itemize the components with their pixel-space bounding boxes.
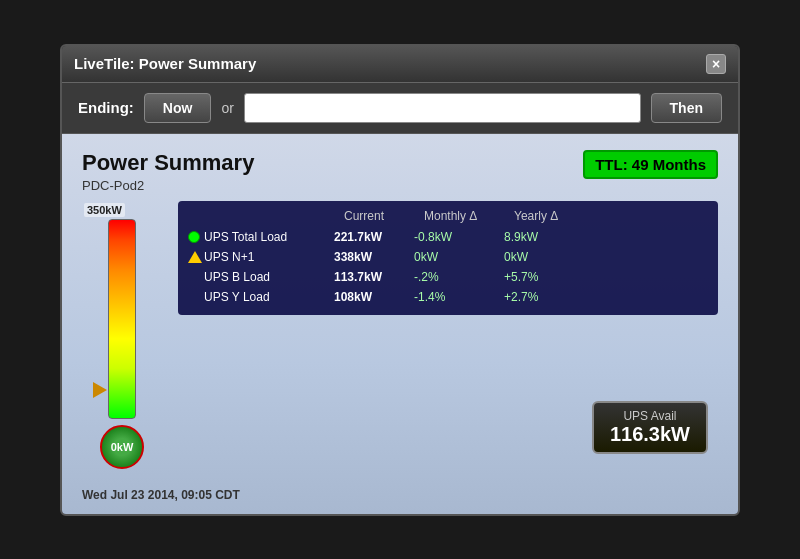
table-row: UPS Y Load 108kW -1.4% +2.7% bbox=[188, 287, 708, 307]
gauge-area: 350kW 0kW bbox=[82, 201, 162, 469]
dialog-title: LiveTile: Power Summary bbox=[74, 55, 256, 72]
table-header-row: Current Monthly Δ Yearly Δ bbox=[188, 209, 708, 223]
or-label: or bbox=[221, 100, 233, 116]
row-name-3: UPS B Load bbox=[204, 270, 334, 284]
row-yearly-3: +5.7% bbox=[504, 270, 584, 284]
timestamp: Wed Jul 23 2014, 09:05 CDT bbox=[82, 488, 240, 502]
ups-avail-label: UPS Avail bbox=[610, 409, 690, 423]
toolbar: Ending: Now or Then bbox=[62, 83, 738, 134]
col-monthly-header: Monthly Δ bbox=[424, 209, 514, 223]
col-name-header bbox=[204, 209, 344, 223]
subtitle: PDC-Pod2 bbox=[82, 178, 254, 193]
ttl-badge: TTL: 49 Months bbox=[583, 150, 718, 179]
table-row: UPS Total Load 221.7kW -0.8kW 8.9kW bbox=[188, 227, 708, 247]
row-name-2: UPS N+1 bbox=[204, 250, 334, 264]
row-yearly-1: 8.9kW bbox=[504, 230, 584, 244]
row-monthly-1: -0.8kW bbox=[414, 230, 504, 244]
gauge-bar bbox=[108, 219, 136, 419]
row-icon-none-4 bbox=[188, 291, 200, 303]
table-row: UPS N+1 338kW 0kW 0kW bbox=[188, 247, 708, 267]
row-icon-none-3 bbox=[188, 271, 200, 283]
now-button[interactable]: Now bbox=[144, 93, 212, 123]
ups-avail-box: UPS Avail 116.3kW bbox=[592, 401, 708, 454]
date-input[interactable] bbox=[244, 93, 641, 123]
row-current-1: 221.7kW bbox=[334, 230, 414, 244]
row-name-1: UPS Total Load bbox=[204, 230, 334, 244]
gauge-top-label: 350kW bbox=[84, 203, 125, 217]
then-button[interactable]: Then bbox=[651, 93, 722, 123]
col-current-header: Current bbox=[344, 209, 424, 223]
row-current-2: 338kW bbox=[334, 250, 414, 264]
table-row: UPS B Load 113.7kW -.2% +5.7% bbox=[188, 267, 708, 287]
title-block: Power Summary PDC-Pod2 bbox=[82, 150, 254, 193]
row-current-4: 108kW bbox=[334, 290, 414, 304]
data-table: Current Monthly Δ Yearly Δ UPS Total Loa… bbox=[178, 201, 718, 315]
row-name-4: UPS Y Load bbox=[204, 290, 334, 304]
close-button[interactable]: × bbox=[706, 54, 726, 74]
col-yearly-header: Yearly Δ bbox=[514, 209, 594, 223]
ups-avail-value: 116.3kW bbox=[610, 423, 690, 446]
row-yearly-4: +2.7% bbox=[504, 290, 584, 304]
gauge-pointer bbox=[93, 382, 107, 398]
row-yearly-2: 0kW bbox=[504, 250, 584, 264]
power-summary-title: Power Summary bbox=[82, 150, 254, 176]
ending-label: Ending: bbox=[78, 99, 134, 116]
dialog-container: LiveTile: Power Summary × Ending: Now or… bbox=[60, 44, 740, 516]
content-header: Power Summary PDC-Pod2 TTL: 49 Months bbox=[82, 150, 718, 193]
content-area: Power Summary PDC-Pod2 TTL: 49 Months 35… bbox=[62, 134, 738, 514]
row-icon-green bbox=[188, 231, 200, 243]
gauge-bottom-label: 0kW bbox=[100, 425, 144, 469]
row-current-3: 113.7kW bbox=[334, 270, 414, 284]
title-bar: LiveTile: Power Summary × bbox=[62, 46, 738, 83]
row-monthly-2: 0kW bbox=[414, 250, 504, 264]
row-icon-yellow bbox=[188, 251, 202, 263]
row-monthly-4: -1.4% bbox=[414, 290, 504, 304]
row-monthly-3: -.2% bbox=[414, 270, 504, 284]
